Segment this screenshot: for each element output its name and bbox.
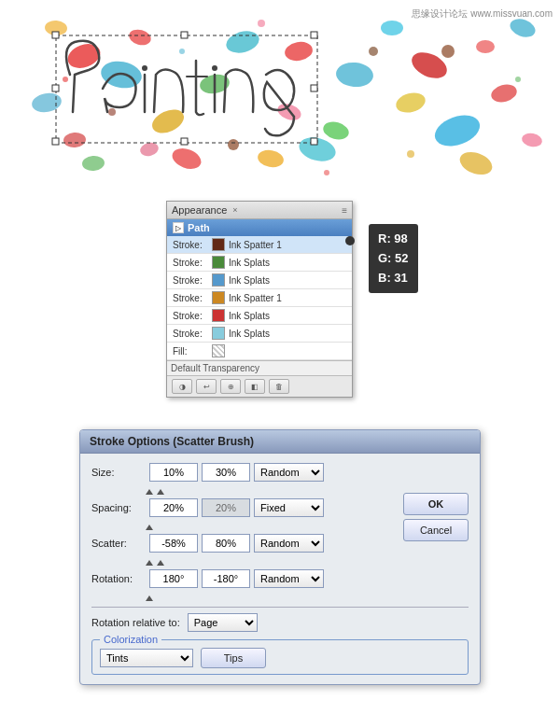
canvas-area <box>0 0 560 187</box>
stroke-name-5: Ink Splats <box>229 311 270 321</box>
svg-point-27 <box>228 139 239 150</box>
svg-point-5 <box>489 82 519 105</box>
colorization-method-select[interactable]: Tints None Tints and Shades Hue Shift <box>100 649 193 667</box>
svg-point-23 <box>81 155 105 172</box>
svg-point-33 <box>407 150 414 158</box>
rotation-min-input[interactable] <box>149 569 198 588</box>
rotation-tri-up-1[interactable] <box>146 595 153 601</box>
panel-menu-icon[interactable]: ≡ <box>342 205 347 216</box>
fill-row[interactable]: Fill: <box>167 343 352 360</box>
spacing-min-input[interactable] <box>149 498 198 517</box>
stroke-name-4: Ink Spatter 1 <box>229 293 282 303</box>
svg-rect-47 <box>311 85 317 91</box>
svg-rect-46 <box>52 85 59 91</box>
toolbar-btn-3[interactable]: ⊕ <box>220 379 241 394</box>
spacing-max-input[interactable] <box>202 498 250 517</box>
swatch-5 <box>212 309 225 322</box>
stroke-label-3: Stroke: <box>173 275 208 286</box>
cancel-button[interactable]: Cancel <box>403 519 469 541</box>
footer-text: Default Transparency <box>171 363 259 373</box>
rotation-max-input[interactable] <box>202 569 250 588</box>
ok-button[interactable]: OK <box>403 493 469 515</box>
stroke-row-1[interactable]: Stroke: Ink Spatter 1 <box>167 236 352 254</box>
panel-close-x: × <box>232 205 237 215</box>
swatch-1 <box>212 238 225 251</box>
rotation-relative-select[interactable]: Page Path <box>188 613 258 632</box>
fill-label: Fill: <box>173 346 208 357</box>
r-label: R: <box>378 231 394 245</box>
toolbar-btn-1[interactable]: ◑ <box>172 379 192 394</box>
stroke-label-1: Stroke: <box>173 240 208 250</box>
svg-rect-45 <box>311 138 317 145</box>
svg-point-26 <box>521 132 543 148</box>
rotation-label: Rotation: <box>91 573 146 584</box>
svg-point-2 <box>283 40 314 63</box>
size-label: Size: <box>91 467 146 478</box>
stroke-name-6: Ink Splats <box>229 329 270 339</box>
toolbar-btn-4[interactable]: ◧ <box>245 379 265 394</box>
scatter-sliders <box>146 560 469 566</box>
scatter-label: Scatter: <box>91 538 146 549</box>
size-tri-up-2[interactable] <box>157 489 164 495</box>
stroke-row-5[interactable]: Stroke: Ink Splats <box>167 307 352 325</box>
rotation-sliders <box>146 595 469 601</box>
svg-point-30 <box>441 45 455 58</box>
size-tri-up-1[interactable] <box>146 489 153 495</box>
svg-point-17 <box>257 148 286 170</box>
svg-point-18 <box>394 90 427 116</box>
swatch-3 <box>212 273 225 287</box>
scatter-tri-up-1[interactable] <box>146 560 153 566</box>
size-min-input[interactable] <box>149 463 198 482</box>
svg-rect-41 <box>181 32 188 38</box>
stroke-options-dialog: Stroke Options (Scatter Brush) OK Cancel… <box>79 429 481 685</box>
svg-point-7 <box>63 132 86 148</box>
stroke-row-6[interactable]: Stroke: Ink Splats <box>167 325 352 343</box>
svg-point-13 <box>31 91 63 114</box>
stroke-row-3[interactable]: Stroke: Ink Splats <box>167 272 352 289</box>
size-method-select[interactable]: Random Fixed Pressure <box>254 463 324 482</box>
size-max-input[interactable] <box>202 463 250 482</box>
dialog-titlebar: Stroke Options (Scatter Brush) <box>80 430 480 454</box>
svg-point-22 <box>321 119 351 143</box>
spacing-label: Spacing: <box>91 502 146 513</box>
tooltip-b: B: 31 <box>378 269 409 288</box>
scatter-tri-up-2[interactable] <box>157 560 164 566</box>
tips-button[interactable]: Tips <box>201 648 266 668</box>
stroke-name-1: Ink Spatter 1 <box>229 240 282 250</box>
svg-point-34 <box>515 77 521 82</box>
panel-path-header: ▷ Path <box>167 219 352 236</box>
panel-toolbar: ◑ ↩ ⊕ ◧ 🗑 <box>167 375 352 397</box>
panel-title: Appearance <box>172 204 227 216</box>
scatter-min-input[interactable] <box>149 534 198 553</box>
appearance-panel: Appearance × ≡ ▷ Path Stroke: Ink Spatte… <box>166 201 353 398</box>
svg-point-4 <box>476 40 495 53</box>
toolbar-btn-2[interactable]: ↩ <box>196 379 217 394</box>
stroke-label-4: Stroke: <box>173 293 208 303</box>
svg-point-31 <box>63 77 68 82</box>
panel-footer: Default Transparency <box>167 360 352 375</box>
stroke-label-6: Stroke: <box>173 329 208 339</box>
tooltip-g: G: 52 <box>378 249 409 269</box>
row-indicator-dot <box>345 236 355 245</box>
path-icon: ▷ <box>173 222 184 233</box>
scatter-method-select[interactable]: Random Fixed Pressure <box>254 534 324 553</box>
stroke-label-5: Stroke: <box>173 311 208 321</box>
svg-point-29 <box>108 108 116 116</box>
colorization-group: Colorization Tints None Tints and Shades… <box>91 639 469 675</box>
watermark: 思缘设计论坛 www.missvuan.com <box>412 7 553 21</box>
scatter-max-input[interactable] <box>202 534 250 553</box>
rotation-relative-label: Rotation relative to: <box>91 617 180 628</box>
colorization-row: Tints None Tints and Shades Hue Shift Ti… <box>100 648 460 668</box>
spacing-tri-up-1[interactable] <box>146 525 153 530</box>
stroke-label-2: Stroke: <box>173 258 208 268</box>
rotation-method-select[interactable]: Random Fixed Pressure <box>254 569 324 588</box>
toolbar-btn-5[interactable]: 🗑 <box>269 379 289 394</box>
g-value: 52 <box>395 251 408 265</box>
stroke-row-4[interactable]: Stroke: Ink Spatter 1 <box>167 289 352 307</box>
svg-point-32 <box>179 49 185 54</box>
spacing-method-select[interactable]: Fixed Random Pressure <box>254 498 324 517</box>
stroke-row-2[interactable]: Stroke: Ink Splats <box>167 254 352 272</box>
path-label: Path <box>188 222 210 233</box>
svg-rect-43 <box>52 138 59 145</box>
tooltip-r: R: 98 <box>378 230 409 249</box>
